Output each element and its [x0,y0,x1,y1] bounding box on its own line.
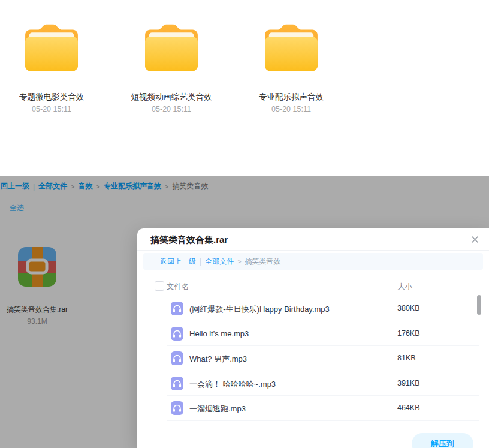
file-size: 464KB [397,404,420,412]
audio-file-icon [171,327,183,343]
folder-icon [243,23,339,76]
file-list-header: 文件名 大小 [137,276,489,296]
folder-name: 专题微电影类音效 [4,92,99,102]
audio-file-icon [171,302,183,318]
folder-date: 05-20 15:11 [123,105,219,113]
modal-breadcrumb: 返回上一级 | 全部文件 > 搞笑类音效 [143,253,483,270]
file-size: 391KB [397,379,420,387]
folder-date: 05-20 15:11 [243,105,339,113]
file-name: (网红爆款-生日快乐)Happy Birthday.mp3 [189,304,330,315]
folder-icon [123,23,219,76]
background-page: 回上一级 | 全部文件 > 音效 > 专业配乐拟声音效 > 搞笑类音效 全选 搞… [0,176,489,448]
folder-icon [4,23,99,76]
folder-tile[interactable]: 专业配乐拟声音效 05-20 15:11 [243,0,339,113]
column-header-size: 大小 [397,282,412,292]
file-name: 一溜烟逃跑.mp3 [189,404,246,414]
file-name: Hello it's me.mp3 [189,329,249,338]
folder-name: 专业配乐拟声音效 [243,92,339,102]
modal-breadcrumb-current: 搞笑类音效 [245,257,281,267]
scrollbar-thumb[interactable] [477,295,481,315]
archive-preview-modal: 搞笑类音效合集.rar 返回上一级 | 全部文件 > 搞笑类音效 文件名 大小 [137,228,489,448]
folder-tile[interactable]: 短视频动画综艺类音效 05-20 15:11 [123,0,219,113]
file-row[interactable]: 一溜烟逃跑.mp3 464KB [137,396,489,421]
audio-file-icon [171,377,183,393]
close-icon[interactable] [470,234,479,244]
file-row[interactable]: (网红爆款-生日快乐)Happy Birthday.mp3 380KB [137,296,489,321]
modal-all-files-link[interactable]: 全部文件 [205,257,234,267]
folder-tile[interactable]: 专题微电影类音效 05-20 15:11 [4,0,99,113]
folder-date: 05-20 15:11 [4,105,99,113]
file-list: (网红爆款-生日快乐)Happy Birthday.mp3 380KB Hell… [137,296,489,421]
modal-back-link[interactable]: 返回上一级 [160,257,196,267]
file-size: 380KB [397,304,420,312]
file-size: 81KB [397,354,416,362]
file-name: What? 男声.mp3 [189,354,247,365]
file-row[interactable]: 一会滴！ 哈哈哈哈~.mp3 391KB [137,371,489,396]
extract-to-button[interactable]: 解压到 [412,433,473,448]
audio-file-icon [171,401,183,417]
file-row[interactable]: What? 男声.mp3 81KB [137,346,489,371]
select-all-checkbox[interactable] [155,281,164,291]
file-size: 176KB [397,329,420,338]
audio-file-icon [171,351,183,368]
chevron-right-icon: > [237,258,241,265]
file-name: 一会滴！ 哈哈哈哈~.mp3 [189,379,276,390]
folder-name: 短视频动画综艺类音效 [123,92,219,102]
breadcrumb-separator: | [200,257,201,266]
folder-grid: 专题微电影类音效 05-20 15:11 短视频动画综艺类音效 05-20 15… [0,0,489,176]
file-row[interactable]: Hello it's me.mp3 176KB [137,321,489,347]
modal-title: 搞笑类音效合集.rar [150,234,228,246]
modal-header: 搞笑类音效合集.rar [137,228,489,251]
column-header-filename: 文件名 [167,282,189,292]
